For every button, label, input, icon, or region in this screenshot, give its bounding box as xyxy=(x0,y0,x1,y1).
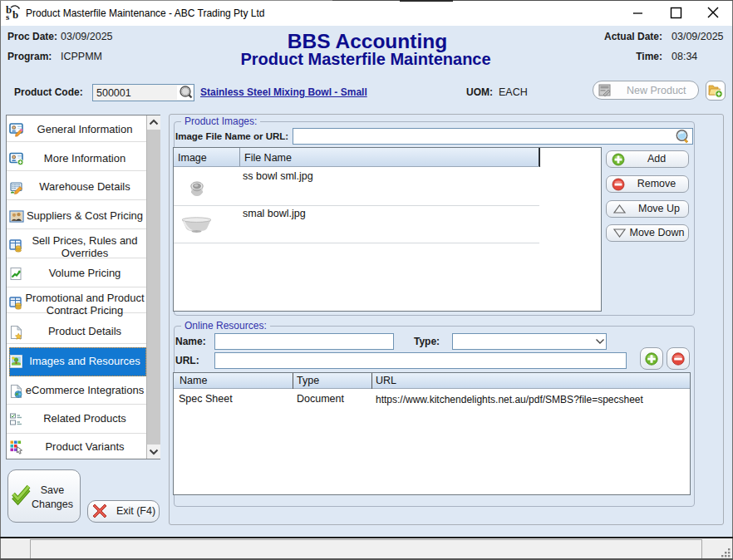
svg-text:b: b xyxy=(12,8,18,21)
svg-text:s: s xyxy=(6,12,10,22)
